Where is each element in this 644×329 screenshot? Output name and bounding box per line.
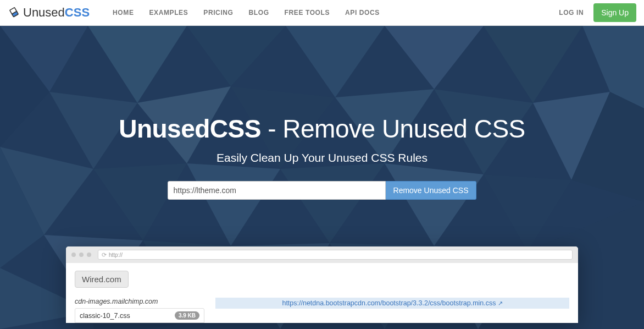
nav-api-docs[interactable]: API DOCS <box>337 9 387 17</box>
site-pill: Wired.com <box>75 271 129 288</box>
css-link: https://netdna.bootstrapcdn.com/bootstra… <box>282 299 496 307</box>
window-dot-icon <box>87 253 91 257</box>
nav-home[interactable]: HOME <box>105 9 141 17</box>
mock-chrome-bar: ⟳ http:// <box>66 246 578 263</box>
eraser-icon <box>8 6 21 19</box>
logo-text: UnusedCSS <box>23 6 90 20</box>
remove-unused-css-button[interactable]: Remove Unused CSS <box>386 181 477 200</box>
css-file-name: classic-10_7.css <box>80 312 130 320</box>
mock-right-col: https://netdna.bootstrapcdn.com/bootstra… <box>215 298 569 309</box>
subheadline: Easily Clean Up Your Unused CSS Rules <box>0 151 644 164</box>
mock-left-col: cdn-images.mailchimp.com classic-10_7.cs… <box>75 298 204 323</box>
reload-icon: ⟳ <box>102 251 107 259</box>
login-link[interactable]: LOG IN <box>559 9 584 17</box>
window-dot-icon <box>71 253 76 257</box>
css-domain: cdn-images.mailchimp.com <box>75 298 204 305</box>
nav-free-tools[interactable]: FREE TOOLS <box>277 9 337 17</box>
logo[interactable]: UnusedCSS <box>8 6 90 20</box>
external-link-icon: ↗ <box>498 300 503 306</box>
headline: UnusedCSS - Remove Unused CSS <box>0 114 644 144</box>
signup-button[interactable]: Sign Up <box>593 3 636 22</box>
url-form: Remove Unused CSS <box>168 181 477 200</box>
url-input[interactable] <box>168 181 386 200</box>
file-size-badge: 3.9 KB <box>175 311 199 320</box>
mock-url-text: http:// <box>109 252 123 258</box>
css-link-row: https://netdna.bootstrapcdn.com/bootstra… <box>215 298 569 309</box>
css-file-item: classic-10_7.css 3.9 KB <box>75 308 204 323</box>
nav-blog[interactable]: BLOG <box>241 9 277 17</box>
nav-pricing[interactable]: PRICING <box>196 9 241 17</box>
mock-browser: ⟳ http:// Wired.com cdn-images.mailchimp… <box>66 246 578 323</box>
main-nav: HOME EXAMPLES PRICING BLOG FREE TOOLS AP… <box>105 9 387 17</box>
mock-body: Wired.com cdn-images.mailchimp.com class… <box>66 263 578 323</box>
nav-examples[interactable]: EXAMPLES <box>142 9 196 17</box>
header: UnusedCSS HOME EXAMPLES PRICING BLOG FRE… <box>0 0 644 26</box>
window-dot-icon <box>79 253 84 257</box>
hero: UnusedCSS - Remove Unused CSS Easily Cle… <box>0 26 644 329</box>
mock-url-bar: ⟳ http:// <box>98 250 573 260</box>
